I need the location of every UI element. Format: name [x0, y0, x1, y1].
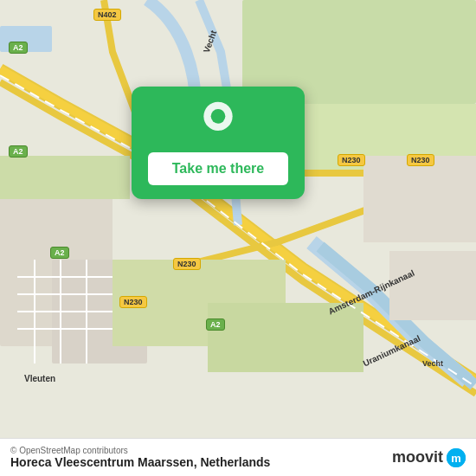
road-badge-n230-3: N230 [173, 258, 201, 270]
take-me-there-button[interactable]: Take me there [148, 152, 288, 185]
map-container: A2 A2 A2 A2 N402 N230 N230 N230 N230 Vle… [0, 0, 476, 476]
road-badge-n402: N402 [93, 9, 121, 21]
moovit-text: moovit [392, 448, 443, 466]
road-badge-a2-1: A2 [9, 42, 28, 54]
bottom-left-info: © OpenStreetMap contributors Horeca Vlee… [10, 446, 270, 469]
svg-rect-9 [363, 156, 476, 242]
svg-rect-6 [0, 156, 130, 199]
bottom-bar: © OpenStreetMap contributors Horeca Vlee… [0, 438, 476, 476]
moovit-logo: moovit m [392, 448, 466, 467]
road-badge-n230-1: N230 [338, 154, 365, 166]
svg-text:m: m [451, 452, 461, 465]
moovit-dot-icon: m [447, 448, 466, 467]
location-name: Horeca Vleescentrum Maarssen, Netherland… [10, 455, 270, 469]
svg-rect-8 [208, 303, 363, 372]
popup-card: Take me there [132, 87, 305, 199]
map-svg [0, 0, 476, 441]
attribution-text: © OpenStreetMap contributors [10, 446, 270, 455]
road-badge-a2-3: A2 [50, 247, 69, 259]
road-badge-n230-2: N230 [407, 154, 434, 166]
svg-rect-10 [389, 251, 476, 320]
location-pin-icon [196, 100, 240, 144]
road-badge-n230-4: N230 [119, 296, 147, 308]
road-badge-a2-4: A2 [206, 318, 225, 331]
road-badge-a2-2: A2 [9, 145, 28, 158]
